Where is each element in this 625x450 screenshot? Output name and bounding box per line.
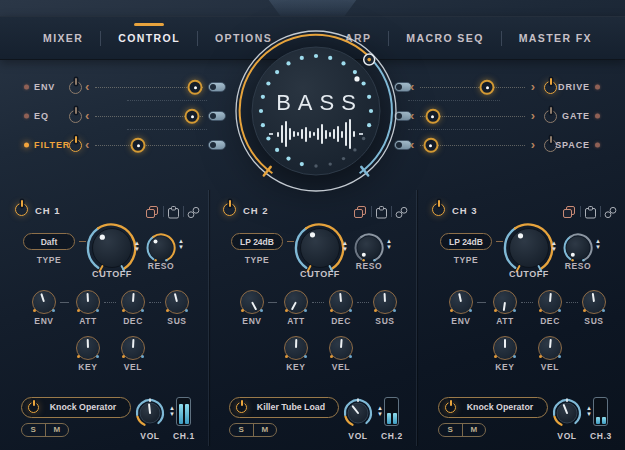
preset-selector[interactable]: Killer Tube Load [229,397,339,418]
reso-label: RESO [350,261,388,271]
tab-master-fx[interactable]: MASTER FX [502,17,609,59]
vel-knob[interactable] [121,336,145,360]
preset-power-icon[interactable] [236,402,247,413]
key-label: KEY [491,362,519,372]
key-knob[interactable] [76,336,100,360]
vol-label: VOL [136,431,164,441]
sus-knob[interactable] [582,290,606,314]
filter-label: FILTER [34,140,70,150]
filter-type-value: LP 24dB [240,237,274,247]
filter-type-dropdown[interactable]: LP 24dB [440,233,492,250]
drive-slider-track: ‹ › [420,87,525,88]
dec-knob[interactable] [329,290,353,314]
filter-type-value: Daft [41,237,58,247]
dec-knob[interactable] [121,290,145,314]
att-knob[interactable] [76,290,100,314]
master-bass-knob[interactable]: BASS [231,26,401,196]
sus-label: SUS [371,316,399,326]
reso-stepper[interactable]: ▲▼ [178,239,184,250]
drive-power-icon[interactable] [544,81,557,94]
filter-power-icon[interactable] [69,139,82,152]
volume-knob[interactable] [341,396,375,430]
volume-stepper[interactable]: ▲▼ [377,406,383,417]
filter-type-dropdown[interactable]: Daft [23,233,75,250]
link-icon[interactable] [187,205,200,218]
gate-power-icon[interactable] [544,110,557,123]
knob-divider [566,302,578,303]
tab-control[interactable]: CONTROL [101,17,197,59]
preset-power-icon[interactable] [28,402,39,413]
env-toggle[interactable] [208,82,226,92]
env-power-icon[interactable] [69,81,82,94]
link-icon[interactable] [604,205,617,218]
paste-icon[interactable] [167,205,180,218]
att-knob[interactable] [493,290,517,314]
env-knob[interactable] [32,290,56,314]
solo-button[interactable]: S [439,424,462,436]
knob-divider [477,302,486,303]
channel-power-button[interactable] [15,203,28,216]
row-divider [127,100,207,101]
eq-amount-slider[interactable] [185,109,200,124]
att-label: ATT [74,316,102,326]
channel-power-button[interactable] [432,203,445,216]
key-knob[interactable] [493,336,517,360]
vel-knob[interactable] [538,336,562,360]
chevron-right-icon: › [531,80,535,93]
eq-power-icon[interactable] [69,110,82,123]
tab-mixer[interactable]: MIXER [26,17,100,59]
env-knob[interactable] [240,290,264,314]
volume-stepper[interactable]: ▲▼ [586,406,592,417]
solo-button[interactable]: S [22,424,45,436]
cutoff-stepper[interactable]: ▲▼ [342,241,348,252]
mute-button[interactable]: M [254,424,277,436]
dec-knob[interactable] [538,290,562,314]
copy-icon[interactable] [354,205,367,218]
preset-selector[interactable]: Knock Operator [438,397,548,418]
cutoff-stepper[interactable]: ▲▼ [551,241,557,252]
knob-divider [149,302,161,303]
solo-button[interactable]: S [230,424,253,436]
vol-label: VOL [553,431,581,441]
env-knob[interactable] [449,290,473,314]
solo-mute-group: S M [438,423,486,437]
preset-selector[interactable]: Knock Operator [21,397,131,418]
mute-button[interactable]: M [463,424,486,436]
channel-power-button[interactable] [223,203,236,216]
reso-stepper[interactable]: ▲▼ [386,239,392,250]
key-label: KEY [74,362,102,372]
space-amount-slider[interactable] [423,138,438,153]
reso-stepper[interactable]: ▲▼ [595,239,601,250]
chevron-left-icon: ‹ [85,80,89,93]
filter-type-dropdown[interactable]: LP 24dB [231,233,283,250]
volume-stepper[interactable]: ▲▼ [169,406,175,417]
env-amount-slider[interactable] [188,80,203,95]
att-knob[interactable] [284,290,308,314]
drive-label: DRIVE [558,82,590,92]
key-knob[interactable] [284,336,308,360]
filter-toggle[interactable] [208,140,226,150]
filter-amount-slider[interactable] [131,138,146,153]
paste-icon[interactable] [584,205,597,218]
channel-name: CH 3 [452,205,478,216]
tab-macro-seq[interactable]: MACRO SEQ [389,17,500,59]
preset-power-icon[interactable] [445,402,456,413]
cutoff-label: CUTOFF [86,269,138,279]
sus-knob[interactable] [373,290,397,314]
mute-button[interactable]: M [46,424,69,436]
gate-amount-slider[interactable] [425,109,440,124]
volume-knob[interactable] [550,396,584,430]
copy-icon[interactable] [563,205,576,218]
paste-icon[interactable] [375,205,388,218]
drive-amount-slider[interactable] [480,80,495,95]
eq-toggle[interactable] [208,111,226,121]
vel-knob[interactable] [329,336,353,360]
sus-knob[interactable] [165,290,189,314]
dec-label: DEC [327,316,355,326]
preset-name: Killer Tube Load [250,398,332,417]
knob-divider [60,302,69,303]
link-icon[interactable] [395,205,408,218]
copy-icon[interactable] [146,205,159,218]
volume-knob[interactable] [133,396,167,430]
cutoff-stepper[interactable]: ▲▼ [134,241,140,252]
